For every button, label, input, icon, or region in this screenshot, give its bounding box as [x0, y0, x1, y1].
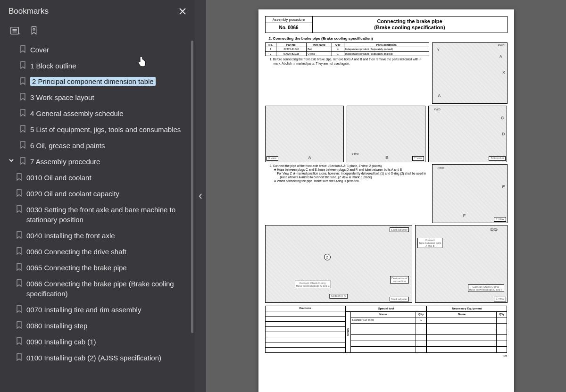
label-y: Y: [436, 48, 441, 53]
document-viewport[interactable]: Assembly procedure No. 0066 Connecting t…: [206, 0, 566, 392]
parts-table: No. Part No. Part name Q'ty Parts condit…: [265, 42, 429, 57]
bookmark-icon: [15, 230, 23, 240]
bookmark-item[interactable]: 2 Principal component dimension table: [0, 74, 193, 89]
yview-label-2: Y view: [494, 217, 506, 221]
figure-top-right: FWD A Y X A: [432, 42, 508, 104]
label-x: X: [501, 70, 506, 75]
bookmark-item[interactable]: 6 Oil, grease and paints: [0, 137, 193, 153]
bookmark-label: 7 Assembly procedure: [30, 156, 188, 167]
bookmark-icon: [19, 156, 26, 166]
figure-yview: Y view FWD B: [347, 106, 425, 162]
bookmark-icon: [19, 92, 26, 101]
connect-btwn-label: Connect Tube between bolts A and B: [417, 238, 443, 248]
bookmark-item[interactable]: 0080 Installing step: [0, 317, 193, 334]
bookmark-item[interactable]: Cover: [0, 42, 193, 58]
bookmark-item[interactable]: 0090 Installing cab (1): [0, 334, 193, 350]
star-note-a: ★ Hose between plugs C and E, hose betwe…: [274, 168, 429, 172]
circled-12: ①②: [489, 227, 499, 233]
close-icon: [179, 8, 186, 15]
bookmark-label: 0100 Installing cab (2) (AJSS specificat…: [26, 352, 188, 363]
label-a: A: [499, 54, 503, 59]
bookmark-label: 2 Principal component dimension table: [30, 77, 156, 86]
th-special: Special tool: [346, 306, 426, 311]
bookmark-item[interactable]: 5 List of equipment, jigs, tools and con…: [0, 121, 193, 137]
sidebar-collapse-handle[interactable]: [195, 0, 206, 392]
label-e: E: [501, 184, 506, 190]
bookmark-item[interactable]: 0040 Installing the front axle: [0, 227, 193, 243]
bookmark-label: 0030 Setting the front axle and bare mac…: [26, 204, 188, 225]
td: 4: [332, 47, 344, 52]
bookmark-label: 6 Oil, grease and paints: [30, 140, 188, 150]
figure-zview: Connect Tube between bolts A and B ①② Co…: [415, 225, 508, 303]
list-icon: [10, 25, 20, 36]
bookmark-icon: [19, 140, 26, 150]
bookmarks-sidebar: Bookmarks Cover: [0, 0, 195, 392]
bookmark-icon: [19, 44, 26, 54]
bookmark-label: 0065 Connecting the brake pipe: [26, 262, 188, 273]
header-title-1: Connecting the brake pipe: [377, 18, 442, 25]
bookmark-icon: [19, 108, 26, 117]
header-title-2: (Brake cooling specification): [374, 25, 445, 31]
bookmark-item[interactable]: 0070 Installing tire and rim assembly: [0, 301, 193, 317]
expand-toggle[interactable]: [8, 156, 15, 163]
bookmark-ribbon-icon: [29, 25, 39, 36]
bookmark-label: 0070 Installing tire and rim assembly: [26, 304, 188, 315]
bookmark-icon: [15, 352, 23, 362]
td: Independent product (Separately packed): [344, 47, 429, 52]
td: 07000-B3038: [276, 51, 306, 56]
page-header-box: Assembly procedure No. 0066 Connecting t…: [265, 16, 508, 33]
bookmark-icon: [15, 246, 23, 256]
bookmark-icon: [15, 262, 23, 272]
label-z: Z: [324, 254, 331, 260]
td: 1: [332, 51, 344, 56]
slack-label-2: Slack adjuster: [390, 297, 409, 301]
th-no: No.: [265, 42, 276, 47]
slack-label: Slack adjuster: [390, 227, 409, 232]
star-note-c: ★ When connecting the pipe, make sure th…: [274, 179, 429, 183]
bookmark-icon: [15, 278, 23, 288]
figure-section-aa-1: Sction A-A FWD C D: [428, 106, 507, 162]
th-qty: Q'ty: [416, 311, 426, 317]
bookmark-item[interactable]: 0060 Connecting the drive shaft: [0, 243, 193, 259]
th-name: Part name: [307, 42, 332, 47]
bookmark-item[interactable]: 0066 Connecting the brake pipe (Brake co…: [0, 275, 193, 301]
bookmark-label: 0090 Installing cab (1): [26, 336, 188, 347]
bookmark-tool-button[interactable]: [27, 25, 41, 37]
bottom-tables: Cautions Special tool Others Name Q'ty S…: [265, 306, 508, 353]
td: Independent product (Separately packed): [344, 51, 429, 56]
label-d: D: [501, 132, 506, 137]
section-title: 2. Connecting the brake pipe (Brake cool…: [269, 36, 508, 41]
connect-ce-label: Connect: Check O-ring. Hose between plug…: [295, 281, 331, 288]
th-cautions: Cautions: [265, 306, 345, 311]
th-necessary: Necessary Equipment: [427, 306, 507, 311]
bookmark-item[interactable]: 1 Block outline: [0, 58, 193, 74]
close-sidebar-button[interactable]: [177, 6, 188, 17]
header-left-top: Assembly procedure: [266, 17, 312, 23]
bookmark-item[interactable]: 0100 Installing cab (2) (AJSS specificat…: [0, 350, 193, 366]
bookmark-icon: [19, 124, 26, 133]
note-2: 2. Connect the pipe of the front axle br…: [270, 164, 429, 168]
chevron-down-icon: [8, 158, 14, 163]
td-spanner: Spanner (17 mm): [350, 317, 416, 323]
figure-xview: X view A: [265, 106, 344, 162]
label-a2: A: [437, 93, 442, 99]
bookmark-item[interactable]: 0010 Oil and coolant: [0, 169, 193, 185]
bookmark-item[interactable]: 0065 Connecting the brake pipe: [0, 259, 193, 275]
fwd-label: FWD: [433, 108, 442, 161]
bookmark-item[interactable]: 0030 Setting the front axle and bare mac…: [0, 201, 193, 227]
bookmark-label: 0080 Installing step: [26, 320, 188, 331]
outline-view-button[interactable]: [8, 25, 22, 37]
bookmark-item[interactable]: 4 General assembly schedule: [0, 105, 193, 121]
label-a3: A: [307, 155, 312, 161]
bookmark-icon: [15, 320, 23, 330]
scrollbar-thumb[interactable]: [191, 41, 193, 333]
bookmark-item[interactable]: 3 Work space layout: [0, 89, 193, 105]
section-aa-label: Sction A-A: [489, 156, 506, 160]
pdf-page: Assembly procedure No. 0066 Connecting t…: [258, 9, 514, 392]
bookmark-list[interactable]: Cover 1 Block outline 2 Principal compon…: [0, 42, 195, 392]
xview-label: X view: [266, 156, 279, 160]
td: 2: [265, 51, 276, 56]
bookmark-item[interactable]: 0020 Oil and coolant capacity: [0, 185, 193, 201]
bookmark-item-expandable[interactable]: 7 Assembly procedure: [0, 153, 193, 169]
dest-label: Destination of connection: [390, 276, 409, 284]
